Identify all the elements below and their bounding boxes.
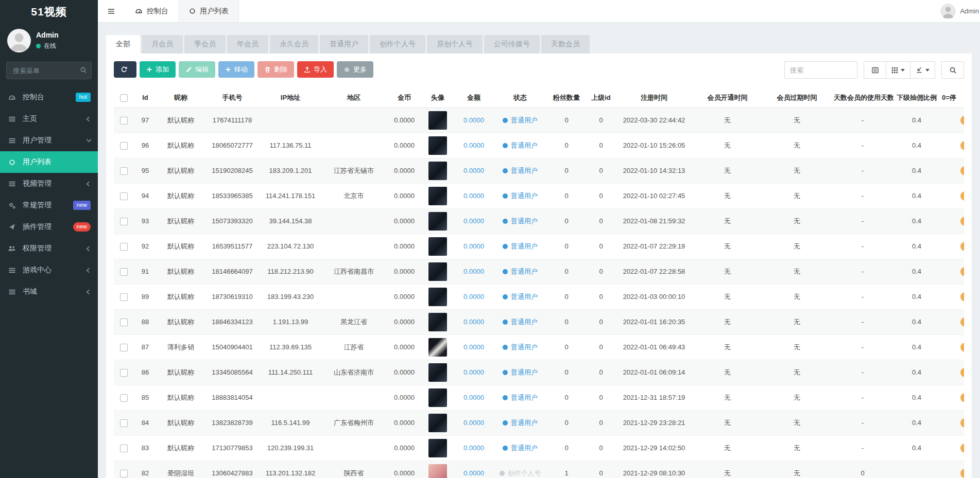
stop-cell xyxy=(940,133,964,158)
delete-button[interactable]: 删除 xyxy=(257,61,294,78)
amount-link[interactable]: 0.0000 xyxy=(463,444,484,452)
amount-link[interactable]: 0.0000 xyxy=(463,268,484,275)
row-checkbox[interactable] xyxy=(120,293,128,301)
topbar-user[interactable]: Admin xyxy=(940,4,980,19)
avatar[interactable] xyxy=(428,464,447,478)
row-checkbox[interactable] xyxy=(120,117,128,125)
avatar[interactable] xyxy=(428,212,447,231)
sidebar-item-console[interactable]: 控制台hot xyxy=(0,86,98,108)
cell-coins: 0.0000 xyxy=(387,133,422,158)
sidebar-item-user-list[interactable]: 用户列表 xyxy=(0,151,98,173)
row-checkbox[interactable] xyxy=(120,394,128,402)
select-all-checkbox[interactable] xyxy=(120,94,128,102)
filter-tab-year-vip[interactable]: 年会员 xyxy=(227,35,268,54)
row-checkbox[interactable] xyxy=(120,369,128,377)
amount-link[interactable]: 0.0000 xyxy=(463,192,484,200)
edit-button[interactable]: 编辑 xyxy=(179,61,215,78)
sidebar-item-general-mgmt[interactable]: 常规管理new xyxy=(0,194,98,216)
export-button[interactable] xyxy=(910,61,935,79)
sidebar-item-home[interactable]: 主页 xyxy=(0,108,98,130)
avatar[interactable] xyxy=(428,288,447,306)
button-label: 更多 xyxy=(353,65,367,74)
sidebar-item-plugin-mgmt[interactable]: 插件管理new xyxy=(0,216,98,238)
status-cell: 普通用户 xyxy=(494,208,546,234)
avatar[interactable] xyxy=(428,414,447,432)
row-checkbox[interactable] xyxy=(120,470,128,477)
amount-link[interactable]: 0.0000 xyxy=(463,217,484,225)
avatar[interactable] xyxy=(428,136,447,155)
more-button[interactable]: 更多 xyxy=(337,61,373,78)
cell-coins: 0.0000 xyxy=(387,385,422,410)
sidebar-item-video-mgmt[interactable]: 视频管理 xyxy=(0,173,98,194)
sidebar-item-book-city[interactable]: 书城 xyxy=(0,281,98,303)
row-checkbox[interactable] xyxy=(120,445,128,452)
avatar[interactable] xyxy=(428,439,447,457)
avatar[interactable] xyxy=(428,363,447,382)
row-checkbox[interactable] xyxy=(120,192,128,200)
row-checkbox[interactable] xyxy=(120,318,128,326)
amount-link[interactable]: 0.0000 xyxy=(463,394,484,401)
amount-link[interactable]: 0.0000 xyxy=(463,469,484,477)
filter-tab-all[interactable]: 全部 xyxy=(106,35,140,54)
amount-link[interactable]: 0.0000 xyxy=(463,167,484,174)
column-header: 手机号 xyxy=(204,88,260,108)
row-checkbox[interactable] xyxy=(120,344,128,351)
row-checkbox[interactable] xyxy=(120,243,128,251)
status-dot xyxy=(503,370,508,375)
avatar[interactable] xyxy=(428,262,447,281)
cell-ip: 1.191.13.99 xyxy=(260,309,321,334)
cell-parent-id: 0 xyxy=(587,158,615,183)
add-button[interactable]: 添加 xyxy=(140,61,176,78)
row-checkbox[interactable] xyxy=(120,142,128,150)
nav-tab-user-list[interactable]: 用户列表 xyxy=(179,0,239,22)
refresh-button[interactable] xyxy=(114,61,136,78)
avatar[interactable] xyxy=(428,187,447,205)
search-icon xyxy=(949,66,957,74)
filter-tab-normal-user[interactable]: 普通用户 xyxy=(320,35,368,54)
sidebar-item-user-mgmt[interactable]: 用户管理 xyxy=(0,130,98,151)
amount-link[interactable]: 0.0000 xyxy=(463,242,484,250)
avatar[interactable] xyxy=(428,162,447,180)
filter-tab-original-account[interactable]: 原创个人号 xyxy=(427,35,483,54)
filter-tab-days-vip[interactable]: 天数会员 xyxy=(541,35,590,54)
cell-phone: 15190208245 xyxy=(204,158,260,183)
checkbox-cell xyxy=(114,461,133,478)
amount-link[interactable]: 0.0000 xyxy=(463,368,484,376)
cell-vip-start: 无 xyxy=(693,208,762,234)
search-button[interactable] xyxy=(941,61,964,79)
sidebar-item-game-center[interactable]: 游戏中心 xyxy=(0,259,98,281)
avatar[interactable] xyxy=(428,237,447,256)
move-button[interactable]: 移动 xyxy=(218,61,254,78)
cell-coins: 0.0000 xyxy=(387,259,422,284)
import-button[interactable]: 导入 xyxy=(297,61,334,78)
row-checkbox[interactable] xyxy=(120,167,128,175)
detail-view-button[interactable] xyxy=(864,61,886,79)
filter-tab-forever-vip[interactable]: 永久会员 xyxy=(270,35,318,54)
sidebar-search-input[interactable] xyxy=(6,62,92,79)
table-search-input[interactable] xyxy=(784,61,857,79)
amount-link[interactable]: 0.0000 xyxy=(463,318,484,326)
row-checkbox[interactable] xyxy=(120,218,128,225)
amount-link[interactable]: 0.0000 xyxy=(463,343,484,351)
sidebar-toggle-button[interactable] xyxy=(98,0,125,22)
amount-link[interactable]: 0.0000 xyxy=(463,293,484,300)
avatar[interactable] xyxy=(428,338,447,357)
amount-link[interactable]: 0.0000 xyxy=(463,419,484,427)
row-checkbox[interactable] xyxy=(120,268,128,276)
row-checkbox[interactable] xyxy=(120,419,128,427)
filter-tab-season-vip[interactable]: 季会员 xyxy=(184,35,226,54)
amount-link[interactable]: 0.0000 xyxy=(463,141,484,149)
avatar[interactable] xyxy=(428,388,447,407)
amount-link[interactable]: 0.0000 xyxy=(463,116,484,124)
columns-button[interactable] xyxy=(886,61,910,79)
stop-cell xyxy=(940,158,964,183)
filter-tab-company-media[interactable]: 公司传媒号 xyxy=(484,35,540,54)
avatar[interactable] xyxy=(428,313,447,331)
cell-commission: 0.4 xyxy=(893,133,940,158)
sidebar-item-permission-mgmt[interactable]: 权限管理 xyxy=(0,238,98,259)
filter-tab-month-vip[interactable]: 月会员 xyxy=(142,35,183,54)
avatar[interactable] xyxy=(428,111,447,130)
filter-tab-creator-account[interactable]: 创作个人号 xyxy=(370,35,425,54)
nav-tab-console[interactable]: 控制台 xyxy=(125,0,179,22)
stop-cell xyxy=(940,208,964,234)
